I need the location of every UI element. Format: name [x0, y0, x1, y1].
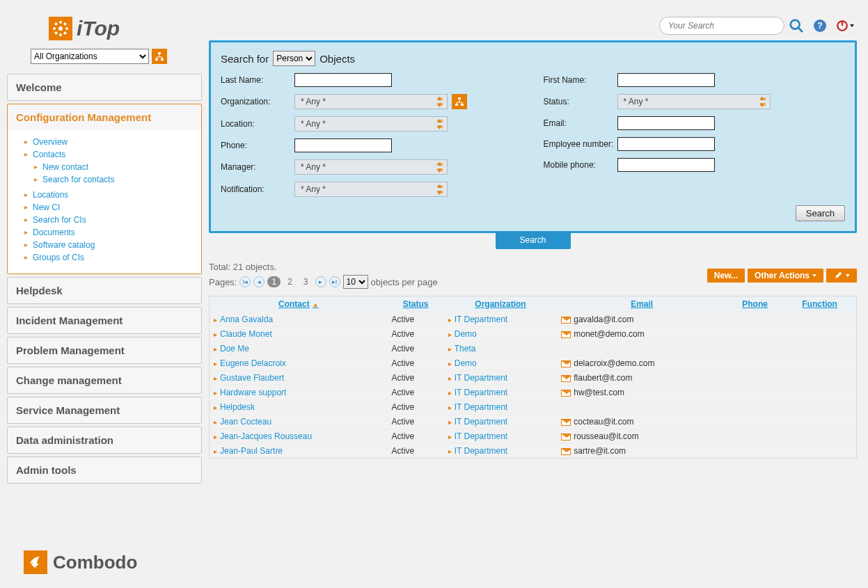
other-actions-button[interactable]: Other Actions	[748, 269, 823, 283]
employee-number-input[interactable]	[617, 137, 715, 151]
row-arrow-icon: ▸	[214, 360, 217, 367]
search-panel: Search for Person Objects Last Name:Orga…	[209, 40, 857, 233]
org-link[interactable]: IT Department	[455, 431, 507, 441]
svg-rect-10	[155, 58, 158, 61]
menu-incident-management[interactable]: Incident Management	[8, 308, 201, 333]
menu-item-new-ci[interactable]: New CI	[33, 202, 60, 212]
table-row: ▸Anna GavaldaActive▸IT Departmentgavalda…	[210, 312, 857, 327]
search-button[interactable]: Search	[796, 205, 845, 221]
page-prev[interactable]: ◂	[253, 276, 265, 287]
contact-link[interactable]: Gustave Flaubert	[220, 373, 284, 383]
menu-configuration-management[interactable]: Configuration Management	[8, 104, 201, 130]
menu-item-locations[interactable]: Locations	[33, 190, 68, 200]
page-1[interactable]: 1	[267, 276, 281, 287]
notification-select[interactable]: * Any *▲▼	[294, 182, 448, 197]
contact-link[interactable]: Helpdesk	[220, 402, 255, 412]
page-2[interactable]: 2	[283, 276, 297, 287]
status-select[interactable]: * Any *▲▼	[617, 94, 771, 109]
menu-item-overview[interactable]: Overview	[33, 137, 68, 147]
col-organization[interactable]: Organization	[444, 296, 558, 312]
table-row: ▸Jean-Paul SartreActive▸IT Departmentsar…	[210, 444, 857, 459]
row-arrow-icon: ▸	[214, 447, 217, 455]
table-row: ▸Doe MeActive▸Theta	[210, 342, 857, 356]
org-tree-button[interactable]	[152, 49, 167, 64]
org-link[interactable]: IT Department	[455, 402, 507, 412]
contact-link[interactable]: Doe Me	[220, 344, 249, 353]
class-select[interactable]: Person	[273, 51, 315, 66]
new-button[interactable]: New...	[707, 269, 745, 283]
contact-link[interactable]: Anna Gavalda	[220, 315, 273, 324]
row-arrow-icon: ▸	[448, 389, 452, 397]
contact-link[interactable]: Jean-Jacques Rousseau	[220, 431, 312, 441]
col-function[interactable]: Function	[783, 296, 856, 312]
field-label: Email:	[544, 118, 617, 128]
last-name-input[interactable]	[294, 73, 392, 87]
tools-button[interactable]	[826, 269, 857, 283]
search-tab[interactable]: Search	[496, 232, 571, 249]
mail-icon	[561, 448, 571, 455]
manager-select[interactable]: * Any *▲▼	[294, 159, 448, 175]
row-arrow-icon: ▸	[214, 345, 217, 353]
menu-problem-management[interactable]: Problem Management	[8, 337, 201, 363]
first-name-input[interactable]	[617, 73, 715, 87]
org-link[interactable]: IT Department	[455, 446, 507, 456]
page-next[interactable]: ▸	[315, 276, 326, 287]
contact-link[interactable]: Jean-Paul Sartre	[220, 446, 283, 456]
org-link[interactable]: Demo	[455, 329, 477, 339]
org-tree-picker[interactable]	[452, 94, 467, 109]
logout-menu[interactable]	[836, 19, 854, 32]
menu-item-contacts[interactable]: Contacts	[33, 150, 65, 159]
mail-icon	[561, 434, 571, 440]
menu-helpdesk[interactable]: Helpdesk	[8, 278, 201, 303]
contact-link[interactable]: Claude Monet	[220, 329, 272, 339]
organization-select[interactable]: * Any *▲▼	[294, 94, 448, 109]
svg-point-0	[58, 26, 63, 31]
menu-item-groups-of-cis[interactable]: Groups of CIs	[33, 253, 84, 262]
mail-icon	[561, 331, 571, 338]
org-link[interactable]: IT Department	[455, 315, 507, 324]
menu-service-management[interactable]: Service Management	[8, 397, 201, 423]
menu-item-software-catalog[interactable]: Software catalog	[33, 240, 95, 250]
svg-point-1	[59, 21, 62, 24]
phone-input[interactable]	[294, 138, 392, 152]
org-link[interactable]: IT Department	[455, 388, 507, 397]
contact-link[interactable]: Eugene Delacroix	[220, 358, 286, 368]
vendor-brand: Combodo	[24, 550, 137, 574]
menu-data-administration[interactable]: Data administration	[8, 427, 201, 453]
row-arrow-icon: ▸	[448, 418, 452, 426]
help-icon[interactable]: ?	[814, 19, 826, 32]
contact-link[interactable]: Hardware support	[220, 388, 286, 397]
location-select[interactable]: * Any *▲▼	[294, 116, 448, 132]
page-last[interactable]: ▸I	[329, 276, 340, 287]
row-arrow-icon: ▸	[448, 374, 452, 382]
col-contact[interactable]: Contact▲	[210, 296, 388, 312]
per-page-select[interactable]: 10	[343, 275, 368, 289]
col-status[interactable]: Status	[388, 296, 444, 312]
menu-item-search-for-cis[interactable]: Search for CIs	[33, 215, 86, 225]
org-link[interactable]: IT Department	[455, 417, 507, 427]
field-label: Phone:	[221, 141, 294, 150]
col-email[interactable]: Email	[557, 296, 727, 312]
menu-welcome[interactable]: Welcome	[8, 74, 201, 100]
field-label: Mobile phone:	[544, 160, 617, 170]
org-select[interactable]: All Organizations	[31, 49, 149, 64]
menu-admin-tools[interactable]: Admin tools	[8, 457, 201, 483]
mobile-phone-input[interactable]	[617, 158, 715, 172]
menu-item-documents[interactable]: Documents	[33, 228, 75, 237]
page-3[interactable]: 3	[299, 276, 313, 287]
page-first[interactable]: I◂	[239, 276, 251, 287]
col-phone[interactable]: Phone	[727, 296, 783, 312]
org-link[interactable]: Demo	[455, 358, 477, 368]
menu-item-new-contact[interactable]: New contact	[42, 162, 88, 172]
email-input[interactable]	[617, 116, 715, 130]
contact-link[interactable]: Jean Cocteau	[220, 417, 271, 427]
org-link[interactable]: Theta	[455, 344, 476, 353]
row-arrow-icon: ▸	[214, 374, 217, 382]
global-search-input[interactable]	[659, 17, 784, 35]
menu-change-management[interactable]: Change management	[8, 367, 201, 393]
table-row: ▸Jean-Jacques RousseauActive▸IT Departme…	[210, 429, 857, 444]
menu-item-search-for-contacts[interactable]: Search for contacts	[42, 175, 114, 184]
org-link[interactable]: IT Department	[455, 373, 507, 383]
svg-point-2	[59, 33, 62, 36]
search-icon[interactable]	[789, 18, 804, 33]
